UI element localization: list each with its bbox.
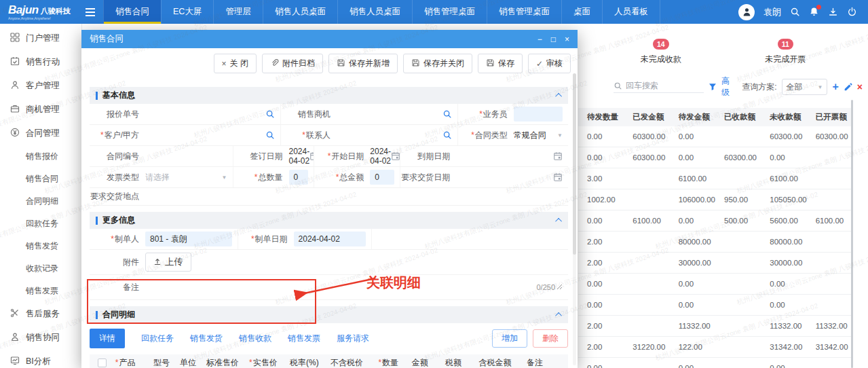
search-input[interactable] bbox=[626, 81, 694, 90]
download-icon[interactable] bbox=[828, 7, 838, 17]
delete-row-button[interactable]: 删除 bbox=[533, 329, 568, 348]
field-textarea[interactable]: 0/250 bbox=[145, 283, 563, 291]
add-row-button[interactable]: 增加 bbox=[492, 329, 527, 348]
summary-column-header[interactable]: 已发金额 bbox=[624, 108, 669, 126]
detail-tab-3[interactable]: 销售收款 bbox=[239, 333, 271, 344]
field-highlight[interactable]: 0 bbox=[370, 170, 394, 185]
nav-tab-6[interactable]: 销售管理桌面 bbox=[487, 0, 561, 24]
sidebar-item-0[interactable]: 门户管理 bbox=[0, 26, 81, 50]
table-row[interactable]: 0.000.000.00 bbox=[578, 295, 852, 316]
field-value[interactable]: 801 - 袁朗 bbox=[145, 232, 232, 246]
sidebar-item-1[interactable]: 销售行动 bbox=[0, 50, 81, 74]
avatar[interactable] bbox=[738, 4, 755, 20]
menu-toggle-icon[interactable] bbox=[86, 0, 103, 24]
calendar-icon[interactable] bbox=[553, 172, 563, 182]
notification-bell-icon[interactable] bbox=[809, 7, 819, 17]
sidebar-subitem-4-4[interactable]: 销售发货 bbox=[0, 235, 81, 257]
search-icon[interactable] bbox=[790, 7, 800, 17]
sidebar-item-5[interactable]: 售后服务 bbox=[0, 302, 81, 326]
detail-tab-5[interactable]: 服务请求 bbox=[337, 333, 369, 344]
field-value[interactable]: 0 bbox=[370, 170, 394, 185]
nav-tab-5[interactable]: 销售管理桌面 bbox=[412, 0, 487, 24]
chevron-down-icon[interactable]: ▼ bbox=[557, 132, 563, 139]
sidebar-item-2[interactable]: 客户管理 bbox=[0, 74, 81, 98]
field-search[interactable] bbox=[337, 130, 452, 140]
field-search[interactable] bbox=[145, 109, 275, 119]
field-date[interactable] bbox=[456, 172, 563, 182]
collapse-chevron-icon[interactable] bbox=[555, 218, 562, 225]
detail-tab-0[interactable]: 详情 bbox=[90, 329, 125, 348]
sidebar-subitem-4-0[interactable]: 销售报价 bbox=[0, 145, 81, 168]
toolbar-button-4[interactable]: 保存 bbox=[478, 54, 523, 73]
field-select[interactable]: 请选择▼ bbox=[145, 172, 227, 183]
nav-tab-4[interactable]: 销售人员桌面 bbox=[337, 0, 412, 24]
summary-column-header[interactable]: 未收款额 bbox=[761, 108, 806, 126]
toolbar-button-5[interactable]: ✓审核 bbox=[528, 54, 571, 73]
query-plan-select[interactable]: 全部 ▼ bbox=[782, 79, 828, 95]
table-row[interactable]: 3.006100.006100.00 bbox=[578, 168, 852, 189]
field-value[interactable]: 2024-04-02 bbox=[294, 232, 366, 246]
nav-tab-8[interactable]: 人员看板 bbox=[602, 0, 660, 24]
select-all-checkbox[interactable] bbox=[98, 358, 107, 367]
modal-scrollbar[interactable] bbox=[573, 73, 576, 365]
nav-tab-2[interactable]: 管理层 bbox=[213, 0, 263, 24]
field-value[interactable]: 常规合同 bbox=[514, 130, 557, 141]
toolbar-button-1[interactable]: 附件归档 bbox=[262, 54, 323, 73]
sidebar-item-7[interactable]: BI分析 bbox=[0, 350, 81, 368]
table-row[interactable]: 2.0031220.00122.0031342.0031342.00 bbox=[578, 337, 852, 358]
table-row[interactable]: 2.0011332.0011332.0011332.00 bbox=[578, 316, 852, 337]
chevron-down-icon[interactable]: ▼ bbox=[222, 174, 227, 181]
minimize-icon[interactable]: − bbox=[537, 35, 542, 43]
search-box[interactable] bbox=[614, 81, 704, 93]
table-row[interactable]: 2.0080000.0080000.00 bbox=[578, 232, 852, 253]
upload-button[interactable]: 上传 bbox=[145, 253, 191, 272]
calendar-icon[interactable] bbox=[553, 151, 563, 161]
nav-tab-3[interactable]: 销售人员桌面 bbox=[263, 0, 337, 24]
toolbar-button-3[interactable]: 保存并关闭 bbox=[403, 54, 472, 73]
add-query-plan-icon[interactable]: + bbox=[832, 81, 838, 92]
power-icon[interactable] bbox=[847, 7, 857, 17]
table-row[interactable]: 2.0030000.0030000.00 bbox=[578, 253, 852, 274]
stat-uninvoiced[interactable]: 11 未完成开票 bbox=[765, 39, 806, 65]
table-row[interactable]: 1002.00106000.00950.00105050.00 bbox=[578, 189, 852, 210]
nav-tab-0[interactable]: 销售合同 bbox=[103, 0, 161, 24]
field-upload[interactable]: 上传 bbox=[145, 253, 563, 272]
field-date[interactable] bbox=[456, 151, 563, 161]
stat-uncollected[interactable]: 14 未完成收款 bbox=[641, 39, 681, 65]
collapse-chevron-icon[interactable] bbox=[555, 93, 562, 100]
nav-tab-7[interactable]: 桌面 bbox=[561, 0, 602, 24]
sidebar-subitem-4-1[interactable]: 销售合同 bbox=[0, 168, 81, 190]
field-value[interactable]: 2024-04-02 bbox=[289, 147, 310, 166]
search-icon[interactable] bbox=[265, 130, 275, 140]
filter-funnel-icon[interactable] bbox=[709, 83, 717, 91]
field-date[interactable]: 2024-04-02 bbox=[289, 147, 309, 166]
toolbar-button-0[interactable]: ×关 闭 bbox=[214, 54, 257, 73]
modal-titlebar[interactable]: 销售合同 − □ × bbox=[81, 30, 578, 48]
username[interactable]: 袁朗 bbox=[763, 6, 781, 18]
table-row[interactable]: 0.006100.000.00500.005600.006100.00 bbox=[578, 210, 852, 232]
field-value[interactable]: 2024-04-02 bbox=[370, 147, 391, 166]
calendar-icon[interactable] bbox=[309, 151, 314, 161]
collapse-chevron-icon[interactable] bbox=[555, 312, 562, 319]
sidebar-subitem-4-6[interactable]: 销售发票 bbox=[0, 280, 81, 302]
table-scrollbar[interactable] bbox=[851, 100, 853, 368]
sidebar-subitem-4-3[interactable]: 回款任务 bbox=[0, 213, 81, 235]
table-row[interactable]: 0.000.000.00 bbox=[578, 358, 852, 368]
table-row[interactable]: 0.0060300.000.0060300.0060300.00 bbox=[578, 126, 852, 147]
field-value[interactable] bbox=[514, 107, 563, 122]
toolbar-button-2[interactable]: 保存并新增 bbox=[328, 54, 398, 73]
table-row[interactable]: 0.0060300.000.0060300.000.00 bbox=[578, 147, 852, 168]
field-select[interactable]: 常规合同▼ bbox=[514, 130, 563, 141]
field-search[interactable] bbox=[337, 109, 452, 119]
search-icon[interactable] bbox=[442, 109, 452, 119]
field-highlight[interactable]: 2024-04-02 bbox=[294, 232, 366, 246]
field-search[interactable] bbox=[145, 130, 275, 140]
field-highlight[interactable]: 801 - 袁朗 bbox=[145, 232, 232, 246]
search-icon[interactable] bbox=[442, 130, 452, 140]
calendar-icon[interactable] bbox=[391, 151, 400, 161]
sidebar-item-6[interactable]: 销售协同 bbox=[0, 326, 81, 350]
delete-query-plan-icon[interactable]: × bbox=[857, 82, 863, 92]
close-icon[interactable]: × bbox=[565, 35, 569, 43]
summary-column-header[interactable]: 已收款额 bbox=[715, 108, 761, 126]
field-value[interactable]: 0 bbox=[289, 170, 309, 185]
